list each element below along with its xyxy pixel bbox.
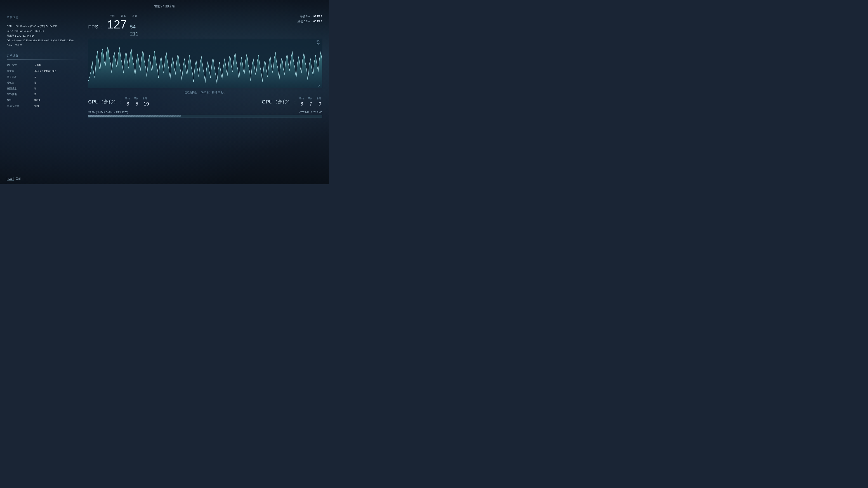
vram-section: VRAM (NVIDIA GeForce RTX 4070) 4767 MB /… xyxy=(88,110,322,119)
fps-values: FPS： 127 54 211 xyxy=(88,19,138,37)
gpu-avg-val: 8 xyxy=(299,101,304,107)
fps-avg-label: 平均 xyxy=(110,14,115,18)
gpu-info: GPU: NVIDIA GeForce RTX 4070 xyxy=(7,29,79,33)
percentile-01-line: 最低 0.1%： 66 FPS xyxy=(298,19,322,24)
settings-table: 窗口模式无边框分辨率2560 x 1440 (x1.00)垂直同步关反锯齿高画面… xyxy=(7,62,79,109)
fps-min-label: 最低 xyxy=(121,14,126,18)
game-settings-section: 游戏设置 窗口模式无边框分辨率2560 x 1440 (x1.00)垂直同步关反… xyxy=(7,54,79,109)
fps-min-max: 54 211 xyxy=(130,24,138,37)
header: 性能评估结果 xyxy=(0,0,329,11)
cpu-avg-val: 8 xyxy=(125,101,130,107)
vram-used: 4767 MB xyxy=(299,111,309,113)
settings-label: 反锯齿 xyxy=(7,80,34,86)
vram-bar xyxy=(88,115,322,118)
percentile-1-val: 93 FPS xyxy=(313,15,322,18)
chart-fps-label: FPS xyxy=(316,40,320,42)
cpu-info: CPU：13th Gen Intel(R) Core(TM) i5-13490F xyxy=(7,24,79,29)
settings-value: 2560 x 1440 (x1.00) xyxy=(34,68,79,74)
settings-value: 无边框 xyxy=(34,62,79,68)
vram-values: 4767 MB / 12026 MB xyxy=(299,111,322,113)
gpu-avg-label: 平均 xyxy=(299,97,304,100)
gpu-min-label: 最低 xyxy=(308,97,312,100)
display-info: 显示器：VX2731-4K-HD xyxy=(7,33,79,38)
cpu-min-val: 5 xyxy=(134,101,139,107)
settings-value: 高 xyxy=(34,80,79,86)
vram-label: VRAM (NVIDIA GeForce RTX 4070) xyxy=(88,111,128,113)
fps-avg-value: 127 xyxy=(107,19,127,30)
left-panel: 系统信息 CPU：13th Gen Intel(R) Core(TM) i5-1… xyxy=(0,11,86,184)
settings-row: 垂直同步关 xyxy=(7,74,79,80)
divider-1 xyxy=(7,21,79,21)
settings-label: 画面质量 xyxy=(7,86,34,92)
percentile-01-label: 最低 0.1%： xyxy=(298,20,313,23)
fps-percentile: 最低 1%： 93 FPS 最低 0.1%： 66 FPS xyxy=(298,14,322,24)
percentile-1-label: 最低 1%： xyxy=(300,15,313,18)
system-info-title: 系统信息 xyxy=(7,15,79,19)
fps-max-value: 211 xyxy=(130,31,138,37)
cpu-stat-group: CPU（毫秒）： 平均 最低 最高 8 5 19 xyxy=(88,97,149,107)
cpu-stat-label: CPU（毫秒）： xyxy=(88,98,123,105)
percentile-01-val: 66 FPS xyxy=(313,20,322,23)
gpu-min-val: 7 xyxy=(308,101,313,107)
fps-stats-row: 平均 最低 最高 FPS： 127 54 211 xyxy=(88,14,322,37)
cpu-avg-label: 平均 xyxy=(125,97,130,100)
gpu-max-val: 9 xyxy=(317,101,322,107)
settings-row: 反锯齿高 xyxy=(7,80,79,86)
right-panel: 平均 最低 最高 FPS： 127 54 211 xyxy=(86,11,329,184)
settings-row: FPS 限制关 xyxy=(7,92,79,97)
close-label: 关闭 xyxy=(16,177,21,181)
settings-value: 关 xyxy=(34,92,79,97)
gpu-stat-label: GPU（毫秒）： xyxy=(262,98,298,105)
settings-value: 关 xyxy=(34,74,79,80)
main-layout: 系统信息 CPU：13th Gen Intel(R) Core(TM) i5-1… xyxy=(0,11,329,184)
gpu-header-row: 平均 最低 最高 xyxy=(299,97,322,100)
divider-2 xyxy=(7,59,79,60)
vram-total: 12026 MB xyxy=(311,111,322,113)
chart-max-val: 211 xyxy=(316,43,320,45)
vram-separator: / xyxy=(310,111,310,113)
settings-row: 窗口模式无边框 xyxy=(7,62,79,68)
esc-section[interactable]: Esc 关闭 xyxy=(7,177,21,181)
settings-label: 视野 xyxy=(7,97,34,103)
fps-label: FPS： xyxy=(88,24,104,30)
bottom-stats: CPU（毫秒）： 平均 最低 最高 8 5 19 xyxy=(88,95,322,109)
esc-label: Esc xyxy=(8,177,12,180)
rendered-frames-info: 已渲染帧数：10805 帧，耗时 57 秒。 xyxy=(88,90,322,95)
fps-min-value: 54 xyxy=(130,24,138,30)
vram-bar-stripes xyxy=(88,115,181,117)
page-title: 性能评估结果 xyxy=(154,4,176,8)
settings-row: 画面质量高 xyxy=(7,86,79,92)
settings-label: 分辨率 xyxy=(7,68,34,74)
fps-chart-svg xyxy=(88,39,322,88)
settings-label: 窗口模式 xyxy=(7,62,34,68)
gpu-vals-row: 8 7 9 xyxy=(299,101,322,107)
fps-main-group: 平均 最低 最高 FPS： 127 54 211 xyxy=(88,14,138,37)
vram-header: VRAM (NVIDIA GeForce RTX 4070) 4767 MB /… xyxy=(88,111,322,113)
cpu-vals-row: 8 5 19 xyxy=(125,101,149,107)
game-settings-title: 游戏设置 xyxy=(7,54,79,58)
settings-row: 视野100% xyxy=(7,97,79,103)
settings-label: 自适应质量 xyxy=(7,103,34,109)
gpu-stat-group: GPU（毫秒）： 平均 最低 最高 8 7 9 xyxy=(262,97,322,107)
vram-bar-fill xyxy=(88,115,181,117)
fps-label-row: 平均 最低 最高 xyxy=(88,14,138,18)
settings-row: 分辨率2560 x 1440 (x1.00) xyxy=(7,68,79,74)
settings-value: 高 xyxy=(34,86,79,92)
fps-max-label: 最高 xyxy=(132,14,137,18)
percentile-1-line: 最低 1%： 93 FPS xyxy=(298,14,322,19)
chart-min-val: 54 xyxy=(318,85,320,87)
cpu-max-label: 最高 xyxy=(143,97,147,100)
main-content: 性能评估结果 系统信息 CPU：13th Gen Intel(R) Core(T… xyxy=(0,0,329,184)
settings-value: 关闭 xyxy=(34,103,79,109)
gpu-stat-values: 平均 最低 最高 8 7 9 xyxy=(299,97,322,107)
cpu-max-val: 19 xyxy=(143,101,149,107)
cpu-min-label: 最低 xyxy=(134,97,138,100)
settings-row: 自适应质量关闭 xyxy=(7,103,79,109)
settings-value: 100% xyxy=(34,97,79,103)
settings-label: FPS 限制 xyxy=(7,92,34,97)
cpu-header-row: 平均 最低 最高 xyxy=(125,97,149,100)
settings-label: 垂直同步 xyxy=(7,74,34,80)
fps-chart-container: FPS 211 54 xyxy=(88,39,322,88)
gpu-max-label: 最高 xyxy=(316,97,321,100)
os-info: OS: Windows 10 Enterprise Edition 64-bit… xyxy=(7,38,79,43)
